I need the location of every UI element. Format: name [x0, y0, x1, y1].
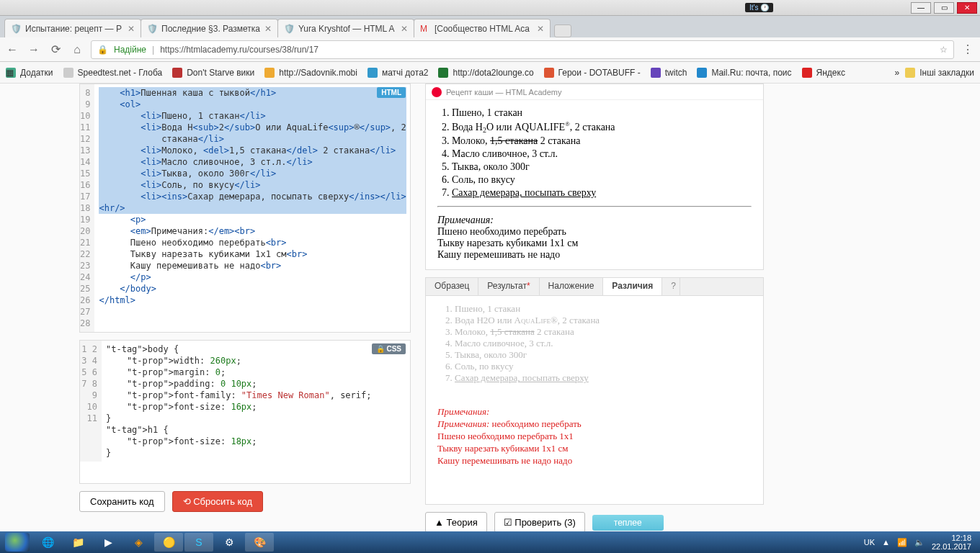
tray-flag-icon[interactable]: ▲ [882, 538, 890, 547]
taskbar-item-chrome[interactable]: 🟡 [154, 533, 183, 552]
reset-label: Сбросить код [193, 496, 252, 507]
window-maximize-button[interactable]: ▭ [934, 2, 954, 14]
tab-label: Последние §3. Разметка [161, 24, 260, 34]
bookmark-item[interactable]: Герои - DOTABUFF - [544, 68, 641, 78]
bookmark-item[interactable]: матчі дота2 [368, 68, 429, 78]
recipe-item: Вода H2O или AQUALIFE®, 2 стакана [452, 120, 752, 134]
browser-toolbar: ← → ⟳ ⌂ 🔒 Надійне | https://htmlacademy.… [0, 37, 980, 62]
reload-icon: ⟲ [183, 496, 191, 507]
back-button[interactable]: ← [4, 42, 20, 58]
browser-tabstrip: 🛡️Испытание: рецепт — Р✕ 🛡️Последние §3.… [0, 16, 980, 37]
tray-network-icon[interactable]: 📶 [897, 538, 907, 547]
tab-close-icon[interactable]: ✕ [264, 24, 272, 34]
bookmark-label: twitch [665, 68, 687, 78]
address-bar[interactable]: 🔒 Надійне | https://htmlacademy.ru/cours… [91, 40, 954, 59]
preview-panel: Рецепт каши — HTML Academy Пшено, 1 стак… [425, 84, 764, 270]
tray-date: 22.01.2017 [932, 542, 971, 551]
lock-icon: 🔒 [97, 45, 108, 55]
bookmark-label: Don't Starve вики [187, 68, 254, 78]
diff-red-block: Примечания: Примечания: необходимо переб… [437, 405, 752, 467]
bookmark-item[interactable]: http://dota2lounge.co [438, 68, 533, 78]
apps-icon: ▦ [6, 68, 16, 78]
bookmark-item[interactable]: Speedtest.net - Глоба [63, 68, 163, 78]
taskbar-item-player[interactable]: ▶ [94, 533, 122, 552]
url-text: https://htmlacademy.ru/courses/38/run/17 [160, 45, 318, 55]
css-gutter: 1 2 3 4 5 6 7 8 9 10 11 [80, 341, 102, 462]
tab-sample[interactable]: Образец [426, 278, 478, 295]
menu-button[interactable]: ⋮ [960, 42, 976, 58]
diff-pane: Пшено, 1 стакан Вода H2O или AquaLife®, … [425, 296, 764, 505]
theory-button[interactable]: ▲ Теория [425, 512, 487, 533]
taskbar-item-ie[interactable]: 🌐 [33, 533, 62, 552]
tray-time: 12:18 [932, 534, 971, 542]
help-button[interactable]: ? [662, 278, 680, 295]
browser-tab[interactable]: 🛡️Последние §3. Разметка✕ [141, 19, 278, 37]
recipe-item: Тыква, около 300г [452, 161, 752, 173]
bookmark-star-icon[interactable]: ☆ [940, 45, 948, 55]
window-close-button[interactable]: ✕ [957, 2, 977, 14]
home-button[interactable]: ⌂ [69, 42, 85, 58]
html-badge: HTML [377, 87, 406, 98]
folder-icon [905, 68, 915, 78]
html-code-area[interactable]: <h1>Пшенная каша с тыквой</h1> <ol> <li>… [94, 84, 410, 332]
brand-pill: It's 🕐 [745, 3, 773, 12]
bookmark-item[interactable]: Don't Starve вики [172, 68, 254, 78]
start-button[interactable] [3, 533, 32, 552]
save-button[interactable]: Сохранить код [79, 491, 165, 512]
bookmark-item[interactable]: Mail.Ru: почта, поис [697, 68, 791, 78]
bookmark-item[interactable]: Яндекс [802, 68, 845, 78]
tab-label: Испытание: рецепт — Р [25, 24, 122, 34]
css-code-area[interactable]: "t-tag">body { "t-prop">width: 260px; "t… [102, 341, 410, 462]
tray-volume-icon[interactable]: 🔈 [914, 538, 925, 547]
tab-label: Yura Kryshtof — HTML A [298, 24, 395, 34]
tab-label: [Сообщество HTML Aca [435, 24, 530, 34]
bookmark-icon [264, 68, 275, 78]
bookmark-item[interactable]: twitch [651, 68, 687, 78]
bookmark-icon [802, 68, 812, 78]
bookmark-icon [63, 68, 74, 78]
bookmark-label: Mail.Ru: почта, поис [711, 68, 791, 78]
tab-diff[interactable]: Различия [603, 278, 662, 295]
tray-clock[interactable]: 12:18 22.01.2017 [932, 534, 971, 551]
shield-icon: 🛡️ [284, 24, 294, 34]
other-bookmarks-button[interactable]: Інші закладки [905, 68, 974, 78]
forward-button[interactable]: → [26, 42, 42, 58]
taskbar-item-explorer[interactable]: 📁 [63, 533, 92, 552]
taskbar-item-steam[interactable]: ⚙ [215, 533, 244, 552]
browser-tab[interactable]: 🛡️Испытание: рецепт — Р✕ [4, 19, 141, 37]
apps-button[interactable]: ▦Додатки [6, 68, 53, 78]
bookmark-icon [544, 68, 554, 78]
chevron-right-icon[interactable]: » [895, 68, 900, 78]
diff-line: Примечания: необходимо перебрать [437, 418, 752, 430]
tab-overlay[interactable]: Наложение [540, 278, 604, 295]
tab-close-icon[interactable]: ✕ [128, 24, 135, 34]
tab-result[interactable]: Результат* [478, 278, 539, 295]
preview-header: Рецепт каши — HTML Academy [426, 84, 763, 100]
browser-tab[interactable]: M[Сообщество HTML Aca✕ [414, 19, 551, 37]
recipe-item: Пшено, 1 стакан [452, 107, 752, 119]
note-line: Тыкву нарезать кубиками 1x1 см [437, 238, 578, 248]
page-content: HTML 8 9 10 11 12 13 14 15 16 17 18 19 2… [0, 84, 980, 531]
new-tab-button[interactable] [554, 24, 571, 37]
taskbar-item-skype[interactable]: S [184, 533, 213, 552]
tab-close-icon[interactable]: ✕ [537, 24, 544, 34]
browser-tab[interactable]: 🛡️Yura Kryshtof — HTML A✕ [277, 19, 414, 37]
bookmarks-bar: ▦Додатки Speedtest.net - Глоба Don't Sta… [0, 62, 980, 84]
recipe-item: Соль, по вкусу [452, 174, 752, 186]
check-button[interactable]: ☑ Проверить (3) [494, 512, 585, 533]
reload-button[interactable]: ⟳ [48, 42, 63, 58]
taskbar-item-paint[interactable]: 🎨 [245, 533, 274, 552]
tab-close-icon[interactable]: ✕ [401, 24, 408, 34]
editor-button-row: Сохранить код ⟲ Сбросить код [79, 491, 411, 512]
tray-lang[interactable]: UK [864, 538, 875, 547]
bookmark-item[interactable]: http://Sadovnik.mobi [264, 68, 357, 78]
note-line: Кашу перемешивать не надо [437, 249, 560, 260]
window-minimize-button[interactable]: — [911, 2, 931, 14]
reset-button[interactable]: ⟲ Сбросить код [172, 491, 263, 512]
diff-line: Тыкву нарезать кубиками 1x1 см [437, 442, 752, 454]
bookmark-icon [697, 68, 707, 78]
css-editor-panel: 🔒 CSS 1 2 3 4 5 6 7 8 9 10 11 "t-tag">bo… [79, 340, 411, 484]
bookmark-label: http://Sadovnik.mobi [279, 68, 357, 78]
preview-document: Пшено, 1 стакан Вода H2O или AQUALIFE®, … [426, 100, 763, 269]
taskbar-item-aimp[interactable]: ◈ [124, 533, 153, 552]
